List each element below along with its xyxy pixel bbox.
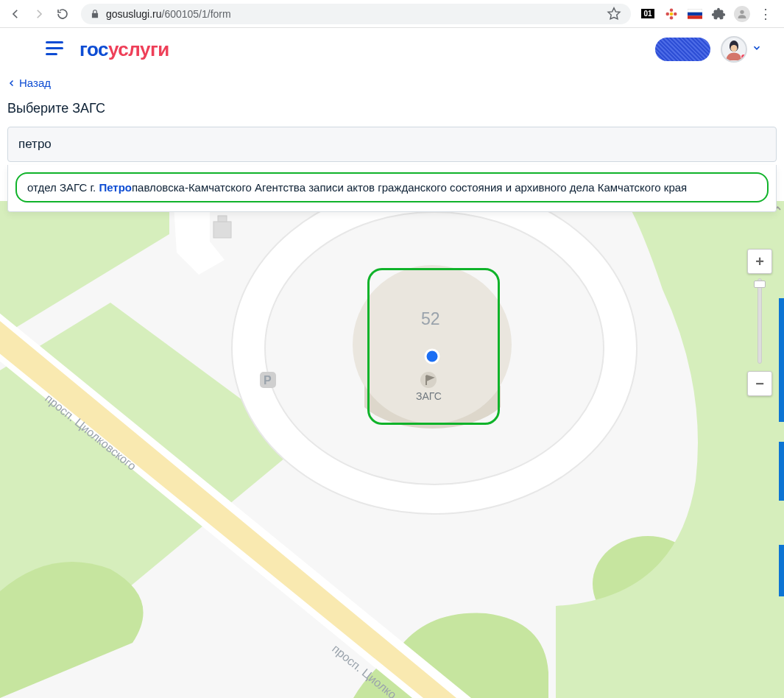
svg-point-3 bbox=[666, 12, 670, 15]
chevron-left-icon bbox=[7, 79, 16, 88]
url-text: gosuslugi.ru/600105/1/form bbox=[106, 8, 600, 20]
side-indicator bbox=[779, 442, 784, 501]
ext-flower-icon[interactable] bbox=[663, 6, 679, 22]
svg-rect-16 bbox=[213, 222, 231, 238]
zoom-slider[interactable] bbox=[757, 278, 762, 364]
svg-point-4 bbox=[674, 12, 677, 15]
map-zoom-controls: + − bbox=[747, 249, 772, 396]
chevron-down-icon bbox=[752, 43, 762, 56]
zags-search-input[interactable] bbox=[7, 127, 777, 162]
dropdown-item-highlight: Петро bbox=[99, 181, 132, 194]
nav-reload-button[interactable] bbox=[53, 4, 72, 24]
zoom-slider-handle[interactable] bbox=[754, 281, 766, 288]
dropdown-item-suffix: павловска-Камчатского Агентства записи а… bbox=[132, 181, 687, 194]
svg-point-8 bbox=[740, 10, 744, 13]
ext-badge-icon[interactable]: 01 bbox=[640, 6, 656, 22]
hamburger-menu-button[interactable] bbox=[46, 41, 68, 57]
nav-forward-button[interactable] bbox=[29, 4, 49, 24]
kebab-menu-icon[interactable]: ⋮ bbox=[757, 6, 774, 22]
svg-point-0 bbox=[670, 12, 674, 15]
svg-rect-7 bbox=[688, 15, 702, 18]
svg-point-23 bbox=[425, 350, 439, 363]
ext-flag-icon[interactable] bbox=[687, 6, 703, 22]
svg-point-2 bbox=[670, 16, 674, 20]
back-link[interactable]: Назад bbox=[0, 71, 58, 92]
avatar bbox=[721, 36, 747, 63]
svg-text:P: P bbox=[264, 374, 272, 387]
star-icon[interactable] bbox=[606, 6, 622, 22]
zoom-in-button[interactable]: + bbox=[747, 249, 772, 274]
nav-back-button[interactable] bbox=[6, 4, 25, 24]
svg-rect-5 bbox=[688, 9, 702, 12]
svg-rect-17 bbox=[218, 216, 227, 222]
dropdown-item[interactable]: отдел ЗАГС г. Петропавловска-Камчатского… bbox=[15, 172, 769, 202]
dropdown-item-prefix: отдел ЗАГС г. bbox=[27, 181, 99, 194]
svg-text:ЗАГС: ЗАГС bbox=[416, 390, 442, 402]
avatar-status-dot bbox=[741, 54, 746, 60]
browser-chrome: gosuslugi.ru/600105/1/form 01 ⋮ bbox=[0, 0, 784, 28]
svg-rect-6 bbox=[688, 12, 702, 15]
url-bar[interactable]: gosuslugi.ru/600105/1/form bbox=[81, 4, 631, 24]
user-name-chip[interactable] bbox=[655, 38, 710, 61]
zoom-out-button[interactable]: − bbox=[747, 371, 772, 396]
profile-icon[interactable] bbox=[734, 6, 750, 22]
user-menu[interactable] bbox=[721, 36, 762, 63]
site-logo[interactable]: госуслуги bbox=[80, 38, 169, 61]
page-header: госуслуги bbox=[0, 28, 784, 71]
back-link-label: Назад bbox=[19, 77, 51, 89]
chrome-extensions: 01 ⋮ bbox=[640, 6, 778, 22]
side-indicator bbox=[779, 298, 784, 422]
ext-puzzle-icon[interactable] bbox=[710, 6, 727, 22]
map-canvas: P просп. Циолковского просп. Циолко 52 З… bbox=[0, 201, 784, 698]
section-title: Выберите ЗАГС bbox=[0, 92, 784, 121]
svg-text:52: 52 bbox=[421, 309, 440, 328]
lock-icon bbox=[90, 9, 100, 19]
search-dropdown: отдел ЗАГС г. Петропавловска-Камчатского… bbox=[7, 165, 777, 212]
side-indicator bbox=[779, 545, 784, 596]
map[interactable]: P просп. Циолковского просп. Циолко 52 З… bbox=[0, 201, 784, 698]
svg-point-10 bbox=[731, 45, 738, 52]
svg-point-1 bbox=[670, 8, 674, 12]
